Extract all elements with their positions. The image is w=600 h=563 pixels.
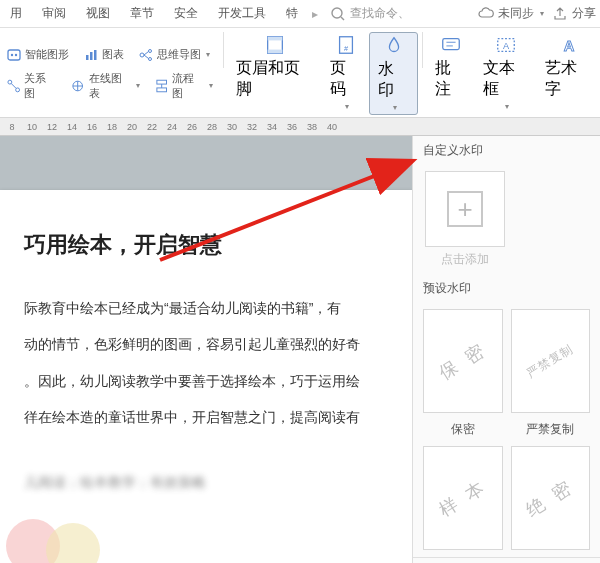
ruler-tick: 32 bbox=[242, 122, 262, 132]
document-page[interactable]: 巧用绘本，开启智慧 际教育中绘本已经成为“最适合幼儿阅读的书籍”，有 动的情节，… bbox=[0, 190, 412, 563]
share-label: 分享 bbox=[572, 5, 596, 22]
document-paragraph[interactable]: 儿阅读；绘本教学；有效策略 bbox=[24, 464, 388, 500]
svg-rect-5 bbox=[86, 55, 89, 60]
ruler-tick: 28 bbox=[202, 122, 222, 132]
svg-point-10 bbox=[149, 57, 152, 60]
page-number-label: 页码 bbox=[330, 58, 361, 100]
insert-watermark-footer[interactable]: 插入水印 bbox=[413, 557, 600, 563]
menu-tab[interactable]: 特 bbox=[276, 0, 308, 27]
watermark-text: 严禁复制 bbox=[524, 340, 577, 382]
relation-icon bbox=[6, 78, 21, 94]
svg-rect-25 bbox=[443, 39, 460, 50]
menu-bar: 用 审阅 视图 章节 安全 开发工具 特 ▸ 查找命令、 未同步 ▾ 分享 bbox=[0, 0, 600, 28]
chevron-down-icon: ▾ bbox=[209, 81, 213, 90]
ruler-tick: 36 bbox=[282, 122, 302, 132]
watermark-text: 绝 密 bbox=[522, 474, 579, 522]
chart-icon bbox=[83, 47, 99, 63]
search-placeholder: 查找命令、 bbox=[350, 5, 410, 22]
chevron-down-icon: ▾ bbox=[345, 102, 349, 111]
svg-point-4 bbox=[15, 53, 17, 55]
share-button[interactable]: 分享 bbox=[552, 5, 600, 22]
share-icon bbox=[552, 6, 568, 22]
document-paragraph[interactable]: 。因此，幼儿阅读教学中要善于选择绘本，巧于运用绘 bbox=[24, 363, 388, 399]
online-chart-label: 在线图表 bbox=[89, 71, 131, 101]
ruler-tick: 18 bbox=[102, 122, 122, 132]
svg-point-8 bbox=[140, 53, 144, 57]
chart-button[interactable]: 图表 bbox=[77, 45, 130, 65]
preset-watermark[interactable]: 严禁复制 bbox=[511, 309, 591, 413]
page-number-button[interactable]: # 页码▾ bbox=[322, 32, 369, 115]
separator bbox=[223, 32, 224, 68]
ruler-tick: 38 bbox=[302, 122, 322, 132]
document-paragraph[interactable]: 徉在绘本造的童话世界中，开启智慧之门，提高阅读有 bbox=[24, 399, 388, 435]
menu-tab[interactable]: 用 bbox=[0, 0, 32, 27]
svg-rect-22 bbox=[268, 50, 283, 54]
svg-text:A: A bbox=[503, 41, 510, 51]
menu-tab[interactable]: 章节 bbox=[120, 0, 164, 27]
mindmap-button[interactable]: 思维导图▾ bbox=[132, 45, 216, 65]
watermark-panel: 自定义水印 + 点击添加 预设水印 保 密 严禁复制 保密 严禁复制 样 本 绝… bbox=[412, 136, 600, 563]
mindmap-label: 思维导图 bbox=[157, 47, 201, 62]
preset-watermark[interactable]: 保 密 bbox=[423, 309, 503, 413]
textbox-button[interactable]: A 文本框▾ bbox=[475, 32, 538, 115]
svg-point-9 bbox=[149, 49, 152, 52]
document-paragraph[interactable]: 际教育中绘本已经成为“最适合幼儿阅读的书籍”，有 bbox=[24, 290, 388, 326]
add-watermark-button[interactable]: + bbox=[425, 171, 505, 247]
svg-line-12 bbox=[144, 55, 149, 59]
svg-line-15 bbox=[11, 83, 16, 88]
search-box[interactable]: 查找命令、 bbox=[330, 5, 410, 22]
annotation-button[interactable]: 批注 bbox=[427, 32, 474, 115]
menu-tab[interactable]: 开发工具 bbox=[208, 0, 276, 27]
menu-tab[interactable]: 安全 bbox=[164, 0, 208, 27]
ruler-tick: 30 bbox=[222, 122, 242, 132]
preset-watermark-header: 预设水印 bbox=[413, 274, 600, 303]
watermark-button[interactable]: 水印▾ bbox=[369, 32, 418, 115]
preset-label: 严禁复制 bbox=[511, 421, 591, 438]
smart-shape-button[interactable]: 智能图形 bbox=[0, 45, 75, 65]
svg-rect-21 bbox=[268, 37, 283, 41]
smart-shape-icon bbox=[6, 47, 22, 63]
sync-label: 未同步 bbox=[498, 5, 534, 22]
chevron-down-icon: ▾ bbox=[206, 50, 210, 59]
svg-text:A: A bbox=[563, 38, 574, 54]
online-chart-button[interactable]: 在线图表▾ bbox=[64, 69, 146, 103]
horizontal-ruler[interactable]: 8 10 12 14 16 18 20 22 24 26 28 30 32 34… bbox=[0, 118, 600, 136]
ruler-tick: 20 bbox=[122, 122, 142, 132]
svg-rect-18 bbox=[157, 87, 167, 91]
flowchart-button[interactable]: 流程图▾ bbox=[148, 69, 219, 103]
chevron-down-icon: ▾ bbox=[540, 9, 544, 18]
header-footer-button[interactable]: 页眉和页脚 bbox=[228, 32, 322, 115]
custom-watermark-header: 自定义水印 bbox=[413, 136, 600, 165]
ruler-tick: 22 bbox=[142, 122, 162, 132]
wordart-icon: A bbox=[558, 34, 580, 56]
overflow-icon[interactable]: ▸ bbox=[308, 7, 322, 21]
relation-button[interactable]: 关系图 bbox=[0, 69, 62, 103]
sync-button[interactable]: 未同步 ▾ bbox=[478, 5, 552, 22]
annotation-icon bbox=[440, 34, 462, 56]
chart-label: 图表 bbox=[102, 47, 124, 62]
ruler-tick: 40 bbox=[322, 122, 342, 132]
ruler-tick: 10 bbox=[22, 122, 42, 132]
preset-watermark[interactable]: 样 本 bbox=[423, 446, 503, 550]
ribbon-toolbar: 智能图形 图表 思维导图▾ 关系图 在线图表▾ bbox=[0, 28, 600, 118]
wordart-label: 艺术字 bbox=[545, 58, 592, 100]
preset-watermark[interactable]: 绝 密 bbox=[511, 446, 591, 550]
svg-line-1 bbox=[341, 17, 344, 20]
document-area[interactable]: 巧用绘本，开启智慧 际教育中绘本已经成为“最适合幼儿阅读的书籍”，有 动的情节，… bbox=[0, 136, 412, 563]
svg-rect-17 bbox=[157, 80, 167, 84]
document-title[interactable]: 巧用绘本，开启智慧 bbox=[24, 230, 388, 260]
ruler-tick: 24 bbox=[162, 122, 182, 132]
ruler-tick: 12 bbox=[42, 122, 62, 132]
separator bbox=[422, 32, 423, 68]
menu-tab[interactable]: 审阅 bbox=[32, 0, 76, 27]
ruler-tick: 14 bbox=[62, 122, 82, 132]
ruler-tick: 16 bbox=[82, 122, 102, 132]
document-paragraph[interactable]: 动的情节，色彩鲜明的图画，容易引起儿童强烈的好奇 bbox=[24, 326, 388, 362]
svg-rect-2 bbox=[8, 50, 20, 60]
chevron-down-icon: ▾ bbox=[505, 102, 509, 111]
menu-tab[interactable]: 视图 bbox=[76, 0, 120, 27]
online-chart-icon bbox=[70, 78, 85, 94]
svg-point-3 bbox=[11, 53, 13, 55]
chevron-down-icon: ▾ bbox=[393, 103, 397, 112]
wordart-button[interactable]: A 艺术字 bbox=[537, 32, 600, 115]
